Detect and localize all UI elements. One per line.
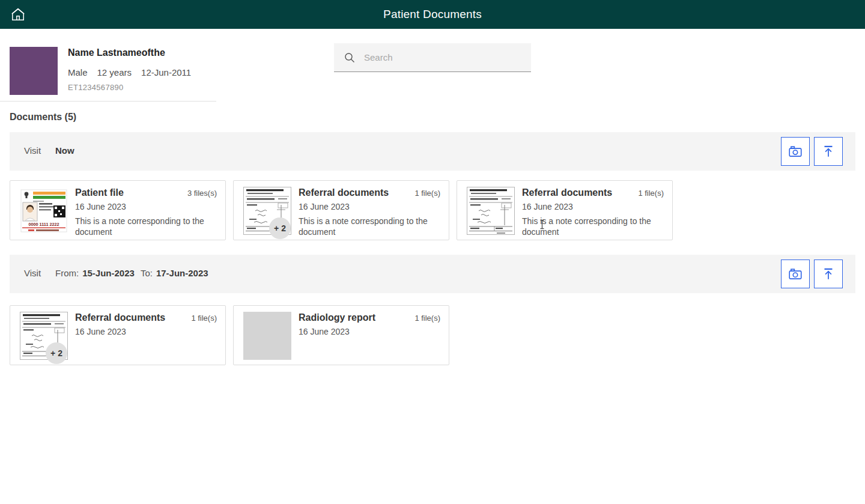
document-date: 16 June 2023 [299,202,350,211]
document-title: Referral documents [522,187,612,198]
home-icon [10,7,26,22]
file-count: 1 file(s) [191,314,217,323]
patient-summary-panel: Name Lastnameofthe Male 12 years 12-Jun-… [0,29,216,102]
visit-value-now: Now [55,145,74,156]
visit-to-date: 17-Jun-2023 [156,268,208,278]
document-card-radiology[interactable]: Radiology report 1 file(s) 16 June 2023 [233,305,449,365]
patient-avatar [10,47,58,95]
file-count: 1 file(s) [414,189,440,198]
home-button[interactable] [8,5,28,24]
document-date: 16 June 2023 [75,202,126,211]
app-header: Patient Documents [0,0,865,29]
visit-label: Visit [24,145,41,156]
visit-row-range: Visit From: 15-Jun-2023 To: 17-Jun-2023 [10,255,855,293]
more-files-badge: + 2 [46,342,67,364]
document-card-referral-3[interactable]: + 2 Referral documents 1 file(s) 16 June… [10,305,226,365]
patient-documents-page: Patient Documents Name Lastnameofthe Mal… [0,0,865,504]
upload-icon [821,266,836,282]
id-card-thumbnail: 0000 1111 2222 [20,187,68,235]
document-card-patient-file[interactable]: 0000 1111 2222 Patient file 3 files(s) 1… [10,180,226,240]
patient-meta: Male 12 years 12-Jun-2011 [68,67,191,77]
search-box [334,43,531,72]
camera-button[interactable] [781,137,810,166]
visit-from-date: 15-Jun-2023 [82,268,135,278]
visit-date-range: From: 15-Jun-2023 To: 17-Jun-2023 [55,268,208,278]
patient-sex: Male [68,67,88,77]
patient-id: ET1234567890 [68,83,124,92]
document-title: Patient file [75,187,124,198]
search-icon [344,52,356,64]
document-title: Referral documents [299,187,389,198]
document-title: Referral documents [75,312,165,323]
document-date: 16 June 2023 [522,202,573,211]
document-card-referral-2[interactable]: Referral documents 1 file(s) 16 June 202… [457,180,673,240]
documents-heading: Documents (5) [10,112,76,123]
upload-icon [821,144,836,159]
camera-icon [788,144,803,159]
patient-age: 12 years [97,67,132,77]
search-input[interactable] [356,43,531,71]
camera-button[interactable] [781,260,810,288]
visit-to-label: To: [141,268,153,278]
file-count: 3 files(s) [187,189,217,198]
id-card-number: 0000 1111 2222 [29,222,59,227]
placeholder-thumbnail [243,312,291,360]
upload-button[interactable] [814,137,843,166]
file-count: 1 file(s) [414,314,440,323]
document-date: 16 June 2023 [75,327,126,336]
document-date: 16 June 2023 [299,327,350,336]
visit-actions [781,260,843,288]
file-count: 1 file(s) [638,189,664,198]
document-card-referral-1[interactable]: + 2 Referral documents 1 file(s) 16 June… [233,180,449,240]
referral-thumbnail [467,187,515,235]
ibeam-text-cursor [539,219,545,229]
upload-button[interactable] [814,260,843,288]
document-title: Radiology report [299,312,375,323]
page-title: Patient Documents [0,8,865,21]
document-note: This is a note corresponding to the docu… [75,216,216,237]
camera-icon [788,266,803,282]
more-files-badge: + 2 [269,217,291,239]
visit-from-label: From: [55,268,79,278]
visit-label: Visit [24,268,41,278]
visit-row-now: Visit Now [10,132,855,171]
visit-actions [781,137,843,166]
patient-name: Name Lastnameofthe [68,47,165,58]
patient-dob: 12-Jun-2011 [141,67,191,77]
document-note: This is a note corresponding to the docu… [299,216,440,237]
